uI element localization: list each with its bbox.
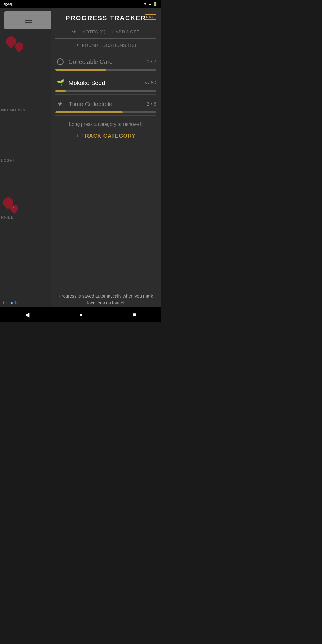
wifi-icon: ▼ [143, 2, 147, 6]
home-button[interactable]: ● [79, 311, 83, 318]
category-item-collectable-card[interactable]: Collectable Card 1 / 2 [55, 52, 156, 73]
panel-title: PROGRESS TRACKER [66, 14, 146, 22]
menu-button[interactable] [4, 11, 52, 29]
circle-icon [57, 58, 64, 65]
hamburger-line [25, 18, 32, 18]
add-note-button[interactable]: + ADD NOTE [112, 30, 140, 34]
mokoko-seed-progress-bar [55, 90, 156, 92]
map-location-label1: NKUMO MOU [0, 107, 28, 113]
tome-collectible-name: Tome Collectible [69, 101, 143, 108]
back-button[interactable]: ◀ [25, 311, 29, 318]
mokoko-seed-icon: 🌱 [55, 78, 65, 88]
tome-collectible-count: 2 / 3 [147, 101, 156, 107]
found-locations-row: 👁 FOUND LOCATIONS (13) [51, 39, 161, 52]
star-icon: ★ [57, 100, 63, 108]
navigation-bar: ◀ ● ■ [0, 307, 161, 322]
tome-collectible-icon: ★ [55, 99, 65, 109]
collectable-card-count: 1 / 2 [147, 59, 156, 64]
mokoko-seed-progress-fill [55, 90, 66, 92]
recent-button[interactable]: ■ [132, 311, 136, 318]
category-list: Collectable Card 1 / 2 🌱 Mokoko Seed 5 /… [51, 52, 161, 287]
tome-collectible-progress-bar [55, 111, 156, 113]
mokoko-seed-count: 5 / 50 [144, 80, 156, 86]
pro-badge: PRO [145, 14, 156, 20]
map-location-label2: LOGHI [0, 157, 15, 164]
collectable-card-progress-fill [55, 69, 106, 71]
notes-label: NOTES (0) [82, 30, 106, 34]
category-header: Collectable Card 1 / 2 [55, 57, 156, 66]
google-logo: Google [3, 300, 18, 306]
hamburger-icon [25, 18, 32, 23]
collectable-card-progress-bar [55, 69, 156, 71]
eye-icon-locations: 👁 [75, 43, 80, 48]
collectable-card-icon [55, 57, 65, 66]
map-location-label3: PRIDE [0, 214, 15, 221]
tome-collectible-progress-fill [55, 111, 123, 113]
status-bar: 4:44 ▼ ▲ 🔋 [0, 0, 161, 8]
panel-header: PROGRESS TRACKER PRO [51, 8, 161, 25]
category-item-tome-collectible[interactable]: ★ Tome Collectible 2 / 3 [55, 95, 156, 116]
category-header: 🌱 Mokoko Seed 5 / 50 [55, 78, 156, 88]
hamburger-line [25, 20, 32, 21]
category-item-mokoko-seed[interactable]: 🌱 Mokoko Seed 5 / 50 [55, 73, 156, 95]
hint-text: Long press a category to remove it [55, 116, 156, 129]
progress-tracker-panel: PROGRESS TRACKER PRO 👁 NOTES (0) + ADD N… [51, 8, 161, 322]
eye-icon: 👁 [72, 30, 76, 34]
status-icons: ▼ ▲ 🔋 [143, 2, 157, 6]
found-locations-label: FOUND LOCATIONS (13) [82, 43, 136, 48]
hamburger-line [25, 22, 32, 23]
mokoko-seed-name: Mokoko Seed [69, 80, 141, 86]
signal-icon: ▲ [148, 2, 152, 6]
category-header: ★ Tome Collectible 2 / 3 [55, 99, 156, 109]
track-category-button[interactable]: + TRACK CATEGORY [55, 129, 156, 143]
notes-row: 👁 NOTES (0) + ADD NOTE [51, 25, 161, 38]
battery-icon: 🔋 [153, 2, 157, 6]
status-time: 4:44 [4, 2, 12, 7]
map-background: ♪ ♪ NKUMO MOU LOGHI ♪ ♪ PRIDE Google [0, 8, 57, 322]
mokoko-icon: 🌱 [56, 79, 64, 87]
collectable-card-name: Collectable Card [69, 58, 143, 65]
auto-save-text: Progress is saved automatically when you… [55, 293, 156, 306]
